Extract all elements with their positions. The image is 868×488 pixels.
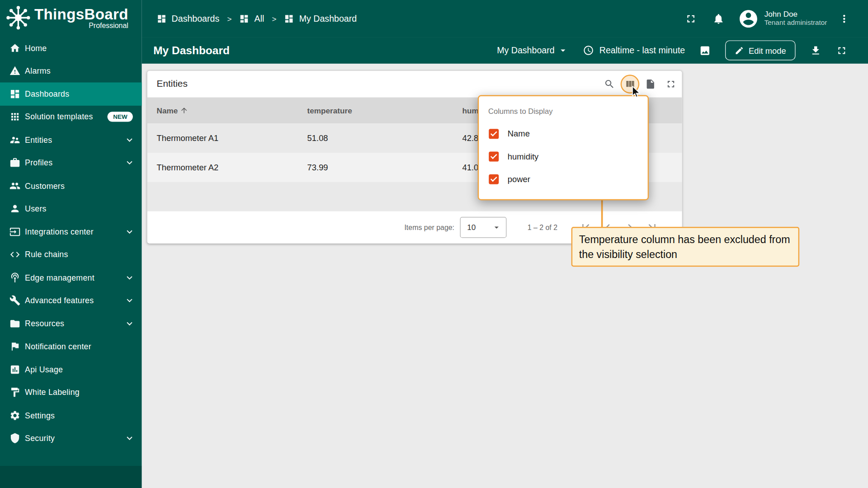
sort-asc-icon	[180, 106, 188, 114]
breadcrumb-item-my-dashboard[interactable]: My Dashboard	[284, 14, 357, 23]
items-per-page-value: 10	[467, 223, 476, 232]
user-menu[interactable]: John Doe Tenant administrator	[764, 9, 827, 28]
column-header-label: temperature	[307, 106, 352, 115]
columns-popup-options: Namehumiditypower	[479, 122, 647, 191]
folder-icon	[9, 318, 20, 329]
sidebar-item-advanced-features[interactable]: Advanced features	[0, 289, 142, 312]
sidebar-item-label: Notification center	[25, 342, 91, 351]
thingsboard-logo[interactable]: ThingsBoard Professional	[0, 0, 142, 35]
download-icon[interactable]	[810, 45, 821, 56]
column-option-label: humidity	[508, 152, 538, 161]
chart-icon	[9, 364, 20, 375]
app-root: Dashboards > All > My Dashboard John Doe…	[0, 0, 868, 488]
sidebar-item-label: Settings	[25, 411, 55, 420]
dashboard-icon	[284, 14, 294, 23]
search-icon[interactable]	[604, 79, 615, 89]
people-icon	[9, 180, 20, 191]
items-per-page-select[interactable]: 10	[460, 217, 506, 238]
notifications-icon[interactable]	[712, 13, 725, 25]
column-header-temperature[interactable]: temperature	[298, 106, 453, 115]
sidebar-item-label: Entities	[25, 136, 52, 145]
widget-header: Entities	[147, 71, 682, 98]
sidebar-item-label: Home	[25, 43, 47, 52]
sidebar-item-integrations-center[interactable]: Integrations center	[0, 220, 142, 243]
sidebar-item-security[interactable]: Security	[0, 427, 142, 450]
table-cell: Thermometer A1	[147, 133, 298, 143]
breadcrumb-item-all[interactable]: All	[240, 14, 264, 23]
chevron-down-icon	[557, 45, 568, 56]
sidebar-item-api-usage[interactable]: Api Usage	[0, 358, 142, 381]
columns-popup: Columns to Display Namehumiditypower	[478, 95, 649, 201]
header-actions: John Doe Tenant administrator	[684, 8, 850, 29]
columns-popup-title: Columns to Display	[479, 96, 647, 122]
chevron-down-icon	[491, 222, 501, 232]
home-icon	[9, 42, 20, 53]
chevron-down-icon	[124, 318, 135, 329]
avatar[interactable]	[738, 8, 759, 29]
column-option-humidity[interactable]: humidity	[479, 145, 647, 168]
checkbox-icon[interactable]	[489, 129, 499, 139]
sidebar-item-users[interactable]: Users	[0, 197, 142, 221]
breadcrumb-label: All	[255, 14, 264, 23]
sidebar-item-solution-templates[interactable]: Solution templatesNEW	[0, 105, 142, 128]
sidebar-item-label: Integrations center	[25, 227, 94, 236]
flag-icon	[9, 341, 20, 352]
chevron-down-icon	[124, 272, 135, 283]
breadcrumb-label: Dashboards	[172, 14, 220, 23]
chevron-down-icon	[124, 226, 135, 237]
edge-icon	[9, 272, 20, 283]
dashboard-select[interactable]: My Dashboard	[497, 45, 568, 56]
sidebar-item-settings[interactable]: Settings	[0, 404, 142, 427]
sidebar-item-customers[interactable]: Customers	[0, 174, 142, 197]
sidebar-item-white-labeling[interactable]: White Labeling	[0, 381, 142, 404]
brand-subtitle: Professional	[34, 21, 128, 29]
sidebar-item-label: Edge management	[25, 273, 94, 282]
column-option-name[interactable]: Name	[479, 122, 647, 145]
sidebar-item-resources[interactable]: Resources	[0, 312, 142, 335]
chevron-down-icon	[124, 433, 135, 444]
entities-icon	[9, 134, 20, 145]
breadcrumb-label: My Dashboard	[299, 14, 357, 23]
sidebar-item-alarms[interactable]: Alarms	[0, 60, 142, 83]
more-vert-icon[interactable]	[838, 13, 850, 25]
breadcrumb-item-dashboards[interactable]: Dashboards	[157, 14, 220, 23]
timewindow-label: Realtime - last minute	[599, 45, 685, 55]
sidebar-item-rule-chains[interactable]: Rule chains	[0, 243, 142, 266]
items-per-page-label: Items per page:	[404, 223, 454, 231]
sidebar-item-label: Rule chains	[25, 250, 68, 259]
gear-icon	[9, 410, 20, 421]
edit-icon	[735, 46, 744, 55]
sidebar-item-label: Dashboards	[25, 89, 69, 99]
edit-mode-button[interactable]: Edit mode	[726, 40, 796, 60]
sidebar: ThingsBoard Professional HomeAlarmsDashb…	[0, 0, 142, 488]
column-header-name[interactable]: Name	[147, 106, 298, 115]
sidebar-item-label: Users	[25, 204, 47, 213]
column-option-label: power	[508, 174, 530, 184]
pagination-range: 1 – 2 of 2	[528, 223, 557, 231]
sidebar-item-home[interactable]: Home	[0, 37, 142, 60]
checkbox-icon[interactable]	[489, 174, 499, 184]
column-option-power[interactable]: power	[479, 168, 647, 190]
sidebar-item-label: Security	[25, 434, 55, 443]
sidebar-item-edge-management[interactable]: Edge management	[0, 266, 142, 289]
fullscreen-icon[interactable]	[684, 13, 697, 25]
breadcrumb-separator: >	[272, 14, 277, 23]
sidebar-item-dashboards[interactable]: Dashboards	[0, 82, 142, 105]
clock-icon	[583, 45, 594, 56]
top-header: Dashboards > All > My Dashboard John Doe…	[142, 0, 868, 37]
timewindow-button[interactable]: Realtime - last minute	[583, 45, 685, 56]
fullscreen-icon[interactable]	[836, 45, 848, 56]
sidebar-item-label: White Labeling	[25, 388, 80, 397]
image-icon[interactable]	[699, 45, 711, 56]
sidebar-item-entities[interactable]: Entities	[0, 128, 142, 151]
checkbox-icon[interactable]	[489, 151, 499, 161]
paint-icon	[9, 387, 20, 398]
dashboard-select-value: My Dashboard	[497, 45, 554, 55]
apps-icon	[9, 111, 20, 122]
user-role: Tenant administrator	[764, 19, 827, 28]
export-icon[interactable]	[645, 79, 656, 89]
sidebar-item-profiles[interactable]: Profiles	[0, 151, 142, 174]
toolbar-actions: My Dashboard Realtime - last minute Edit…	[497, 40, 847, 60]
sidebar-item-notification-center[interactable]: Notification center	[0, 335, 142, 358]
fullscreen-icon[interactable]	[665, 79, 676, 89]
